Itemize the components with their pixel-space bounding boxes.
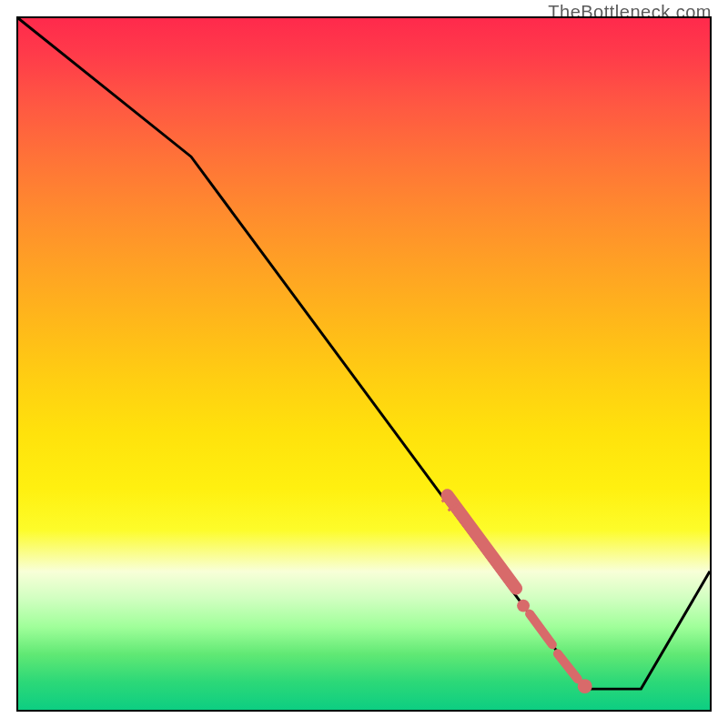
highlight-dot-bottom bbox=[578, 679, 592, 693]
highlight-segment-medium bbox=[530, 614, 552, 645]
chart-container: TheBottleneck.com bbox=[0, 0, 728, 728]
chart-svg bbox=[18, 18, 710, 710]
plot-area bbox=[16, 16, 712, 712]
highlight-segment-thick bbox=[448, 495, 517, 588]
main-line bbox=[18, 18, 710, 689]
highlight-segment-lower bbox=[558, 653, 578, 679]
